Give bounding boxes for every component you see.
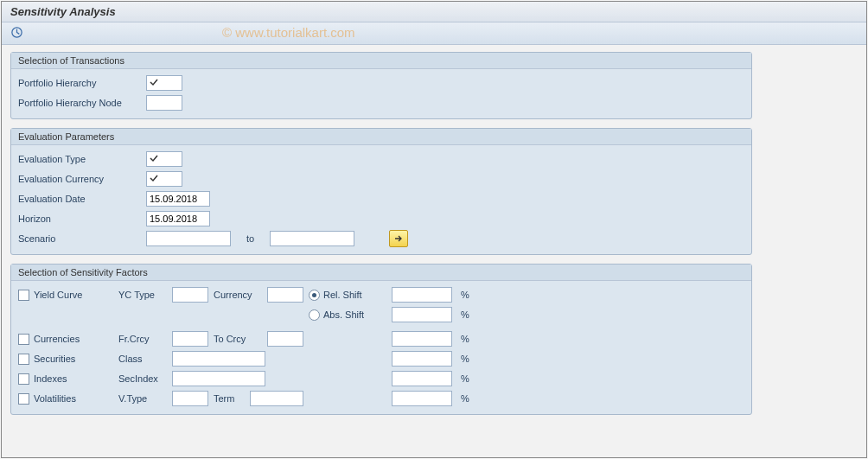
eval-curr-input[interactable] — [146, 171, 182, 187]
pct-symbol: % — [461, 354, 469, 364]
multiple-selection-button[interactable] — [389, 230, 408, 247]
group-title: Selection of Sensitivity Factors — [11, 265, 751, 281]
yield-curve-checkbox[interactable] — [18, 290, 29, 301]
frcrcy-label: Fr.Crcy — [118, 334, 172, 344]
volatilities-checkbox[interactable] — [18, 393, 29, 405]
term-label: Term — [214, 393, 250, 404]
execute-icon[interactable] — [10, 26, 24, 40]
scenario-from-input[interactable] — [146, 231, 231, 246]
term-input[interactable] — [250, 391, 303, 406]
eval-date-label: Evaluation Date — [18, 194, 146, 204]
securities-checkbox[interactable] — [18, 354, 29, 365]
yc-type-input[interactable] — [172, 287, 208, 303]
required-check-icon — [149, 153, 159, 165]
secindex-label: SecIndex — [118, 373, 172, 384]
yc-type-label: YC Type — [118, 290, 172, 300]
group-selection-transactions: Selection of Transactions Portfolio Hier… — [10, 52, 752, 119]
required-check-icon — [149, 173, 159, 185]
class-label: Class — [118, 354, 172, 364]
rel-shift-label: Rel. Shift — [323, 290, 362, 300]
pct-symbol: % — [461, 373, 469, 384]
eval-curr-label: Evaluation Currency — [18, 174, 146, 184]
pct-symbol: % — [461, 393, 469, 404]
group-title: Evaluation Parameters — [11, 129, 751, 145]
yield-curve-label: Yield Curve — [34, 290, 82, 300]
volatilities-shift-input[interactable] — [392, 391, 452, 406]
abs-shift-input[interactable] — [392, 307, 452, 322]
required-check-icon — [149, 77, 159, 89]
rel-shift-radio[interactable] — [309, 290, 320, 301]
portfolio-hierarchy-input[interactable] — [146, 75, 182, 91]
pct-symbol: % — [461, 334, 469, 344]
indexes-label: Indexes — [34, 373, 67, 384]
rel-shift-input[interactable] — [392, 287, 452, 303]
tocrcy-label: To Crcy — [214, 334, 267, 344]
frcrcy-input[interactable] — [172, 331, 208, 347]
scenario-to-input[interactable] — [270, 231, 354, 246]
vtype-input[interactable] — [172, 391, 208, 406]
secindex-input[interactable] — [172, 371, 265, 386]
vtype-label: V.Type — [118, 393, 172, 404]
currencies-checkbox[interactable] — [18, 334, 29, 345]
yc-currency-input[interactable] — [267, 287, 303, 303]
eval-type-input[interactable] — [146, 151, 182, 167]
group-sensitivity-factors: Selection of Sensitivity Factors Yield C… — [10, 264, 752, 415]
content-area: Selection of Transactions Portfolio Hier… — [2, 45, 866, 430]
pct-symbol: % — [461, 290, 469, 300]
portfolio-hierarchy-label: Portfolio Hierarchy — [18, 78, 146, 88]
indexes-checkbox[interactable] — [18, 373, 29, 385]
abs-shift-label: Abs. Shift — [323, 309, 364, 320]
app-window: Sensitivity Analysis © www.tutorialkart.… — [1, 1, 867, 458]
group-evaluation-parameters: Evaluation Parameters Evaluation Type Ev… — [10, 128, 752, 255]
pct-symbol: % — [461, 309, 469, 320]
to-label: to — [246, 233, 254, 244]
tocrcy-input[interactable] — [267, 331, 303, 347]
portfolio-node-input[interactable] — [146, 95, 182, 111]
currencies-shift-input[interactable] — [392, 331, 452, 347]
class-input[interactable] — [172, 351, 265, 367]
horizon-input[interactable] — [146, 211, 210, 226]
group-title: Selection of Transactions — [11, 53, 751, 69]
page-title: Sensitivity Analysis — [2, 2, 866, 22]
eval-date-input[interactable] — [146, 191, 210, 207]
indexes-shift-input[interactable] — [392, 371, 452, 386]
watermark: © www.tutorialkart.com — [222, 25, 355, 40]
abs-shift-radio[interactable] — [309, 309, 320, 321]
securities-shift-input[interactable] — [392, 351, 452, 367]
securities-label: Securities — [34, 354, 75, 364]
portfolio-node-label: Portfolio Hierarchy Node — [18, 98, 146, 108]
toolbar: © www.tutorialkart.com — [2, 22, 866, 45]
volatilities-label: Volatilities — [34, 393, 76, 404]
horizon-label: Horizon — [18, 214, 146, 224]
yc-currency-label: Currency — [214, 290, 267, 300]
eval-type-label: Evaluation Type — [18, 154, 146, 164]
scenario-label: Scenario — [18, 233, 146, 244]
currencies-label: Currencies — [34, 334, 80, 344]
